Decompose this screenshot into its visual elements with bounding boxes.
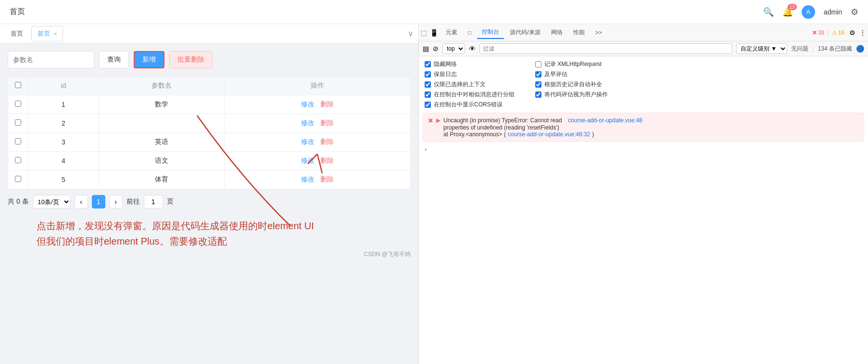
setting-preserve-log[interactable]: 保留日志 bbox=[425, 70, 521, 78]
total-label: 共 0 条 bbox=[8, 197, 29, 206]
setting-autocomplete[interactable]: 根据历史记录自动补全 bbox=[535, 80, 631, 89]
annotation-area: 点击新增，发现没有弹窗。原因是代码生成器使用的时element UI 但我们的项… bbox=[8, 208, 411, 254]
block-icon[interactable]: ⊘ bbox=[433, 45, 439, 52]
tab-close-icon[interactable]: × bbox=[54, 31, 57, 37]
delete-btn[interactable]: 删除 bbox=[320, 175, 334, 184]
error-link-1[interactable]: course-add-or-update.vue:48 bbox=[568, 117, 642, 124]
bell-wrap[interactable]: 🔔 13 bbox=[782, 7, 793, 17]
row-actions: 修改 删除 bbox=[225, 133, 410, 152]
th-name: 参数名 bbox=[99, 77, 225, 95]
setting-log-xhr[interactable]: 记录 XMLHttpRequest bbox=[535, 60, 631, 68]
setting-eager-eval[interactable]: 及早评估 bbox=[535, 70, 631, 78]
eye-icon[interactable]: 👁 bbox=[469, 45, 476, 52]
selected-context-checkbox[interactable] bbox=[425, 81, 431, 88]
edit-btn[interactable]: 修改 bbox=[301, 119, 314, 128]
delete-btn[interactable]: 删除 bbox=[320, 100, 334, 109]
toolbar: 查询 新增 批量删除 bbox=[8, 51, 411, 68]
prev-page-btn[interactable]: ‹ bbox=[75, 195, 88, 208]
tab-bar-chevron[interactable]: ∨ bbox=[408, 29, 414, 38]
main-layout: 首页 首页 × ∨ 查询 新增 批量删除 bbox=[0, 24, 868, 364]
th-checkbox bbox=[8, 77, 28, 95]
edit-btn[interactable]: 修改 bbox=[301, 156, 314, 165]
log-xhr-checkbox[interactable] bbox=[535, 61, 541, 67]
per-page-select[interactable]: 10条/页 20条/页 50条/页 bbox=[33, 195, 71, 208]
search-input[interactable] bbox=[8, 51, 94, 68]
row-checkbox[interactable] bbox=[15, 101, 21, 107]
nav-right: 🔍 🔔 13 A admin ⚙ bbox=[763, 5, 858, 19]
preserve-log-checkbox[interactable] bbox=[425, 71, 431, 78]
edit-btn[interactable]: 修改 bbox=[301, 175, 314, 184]
row-checkbox[interactable] bbox=[15, 157, 21, 163]
setting-selected-context[interactable]: 仅限已选择的上下文 bbox=[425, 80, 521, 89]
delete-btn[interactable]: 删除 bbox=[320, 156, 334, 165]
annotation-line2: 但我们的项目时element Plus。需要修改适配 bbox=[37, 234, 391, 249]
edit-btn[interactable]: 修改 bbox=[301, 100, 314, 109]
devtools-cursor-icon[interactable]: ⬚ bbox=[421, 29, 427, 37]
sidebar-icon[interactable]: ▤ bbox=[423, 45, 429, 52]
level-select[interactable]: 自定义级别 ▼ bbox=[736, 43, 787, 54]
next-page-btn[interactable]: › bbox=[109, 195, 123, 208]
settings-row-5: 在控制台中显示CORS错误 bbox=[425, 101, 862, 109]
tab-more[interactable]: >> bbox=[591, 27, 607, 38]
tab-home-active[interactable]: 首页 × bbox=[31, 26, 63, 41]
csdn-badge: CSDN @飞哥不鸽 bbox=[364, 250, 411, 259]
setting-cors-errors[interactable]: 在控制台中显示CORS错误 bbox=[425, 101, 521, 109]
select-all-checkbox[interactable] bbox=[15, 82, 21, 88]
data-table: id 参数名 操作 1 数学 修改 删除 2 bbox=[8, 76, 411, 189]
error-line-3: at Proxy.<anonymous> ( course-add-or-upd… bbox=[428, 131, 859, 138]
edit-btn[interactable]: 修改 bbox=[301, 138, 314, 146]
tab-console[interactable]: 控制台 bbox=[477, 26, 504, 39]
delete-btn[interactable]: 删除 bbox=[320, 138, 334, 146]
hide-network-checkbox[interactable] bbox=[425, 61, 431, 67]
error-link-2[interactable]: course-add-or-update.vue:48:32 bbox=[508, 131, 590, 138]
settings-row-3: 仅限已选择的上下文 根据历史记录自动补全 bbox=[425, 80, 862, 89]
add-button[interactable]: 新增 bbox=[134, 51, 164, 68]
expand-arrow[interactable]: › bbox=[425, 146, 427, 153]
row-checkbox-cell bbox=[8, 95, 28, 114]
row-name: 体育 bbox=[99, 170, 225, 189]
autocomplete-checkbox[interactable] bbox=[535, 81, 541, 88]
gear-icon[interactable]: ⚙ bbox=[851, 7, 858, 17]
error-line-1: ✖ ▶ Uncaught (in promise) TypeError: Can… bbox=[428, 117, 859, 124]
th-id: id bbox=[28, 77, 99, 95]
settings-row-1: 隐藏网络 记录 XMLHttpRequest bbox=[425, 60, 862, 68]
context-select[interactable]: top bbox=[442, 43, 465, 54]
row-checkbox-cell bbox=[8, 133, 28, 152]
row-checkbox[interactable] bbox=[15, 138, 21, 144]
tab-bar-left: 首页 首页 × bbox=[5, 26, 63, 41]
search-icon[interactable]: 🔍 bbox=[763, 7, 774, 17]
tab-performance[interactable]: 性能 bbox=[568, 26, 590, 39]
setting-user-gesture[interactable]: 将代码评估视为用户操作 bbox=[535, 91, 631, 99]
warn-count-badge: ⚠ 16 bbox=[832, 29, 844, 36]
setting-group-similar[interactable]: 在控制台中对相似消息进行分组 bbox=[425, 91, 521, 99]
tab-network[interactable]: 网络 bbox=[546, 26, 567, 39]
row-checkbox[interactable] bbox=[15, 119, 21, 126]
batch-delete-button[interactable]: 批量删除 bbox=[169, 51, 213, 68]
goto-input[interactable] bbox=[144, 195, 163, 208]
settings-right-icon[interactable]: 🔵 bbox=[856, 45, 864, 52]
query-button[interactable]: 查询 bbox=[99, 51, 129, 68]
settings-area: 隐藏网络 记录 XMLHttpRequest 保留日志 及早评估 bbox=[419, 56, 868, 113]
tab-elements[interactable]: 元素 bbox=[441, 26, 462, 39]
row-checkbox-cell bbox=[8, 152, 28, 170]
eager-eval-checkbox[interactable] bbox=[535, 71, 541, 78]
tab-home-plain[interactable]: 首页 bbox=[5, 26, 29, 41]
devtools-panel: ⬚ 📱 元素 □ 控制台 源代码/来源 网络 性能 >> ✖ 38 | ⚠ 16… bbox=[418, 24, 868, 364]
delete-btn[interactable]: 删除 bbox=[320, 119, 334, 128]
devtools-settings-icon[interactable]: ⚙ bbox=[849, 29, 855, 37]
cors-errors-checkbox[interactable] bbox=[425, 102, 431, 108]
table-row: 1 数学 修改 删除 bbox=[8, 95, 411, 114]
tab-sources[interactable]: 源代码/来源 bbox=[505, 26, 545, 39]
row-actions: 修改 删除 bbox=[225, 152, 410, 170]
devtools-phone-icon[interactable]: 📱 bbox=[430, 29, 438, 37]
row-id: 1 bbox=[28, 95, 99, 114]
user-gesture-checkbox[interactable] bbox=[535, 91, 541, 98]
devtools-menu-icon[interactable]: ⋮ bbox=[859, 29, 866, 37]
group-similar-checkbox[interactable] bbox=[425, 91, 431, 98]
row-checkbox[interactable] bbox=[15, 176, 21, 182]
setting-hide-network[interactable]: 隐藏网络 bbox=[425, 60, 521, 68]
tab-network-top[interactable]: □ bbox=[463, 27, 476, 38]
filter-input[interactable] bbox=[479, 43, 732, 54]
annotation-line1: 点击新增，发现没有弹窗。原因是代码生成器使用的时element UI bbox=[37, 218, 391, 234]
error-triangle[interactable]: ▶ bbox=[436, 117, 440, 124]
